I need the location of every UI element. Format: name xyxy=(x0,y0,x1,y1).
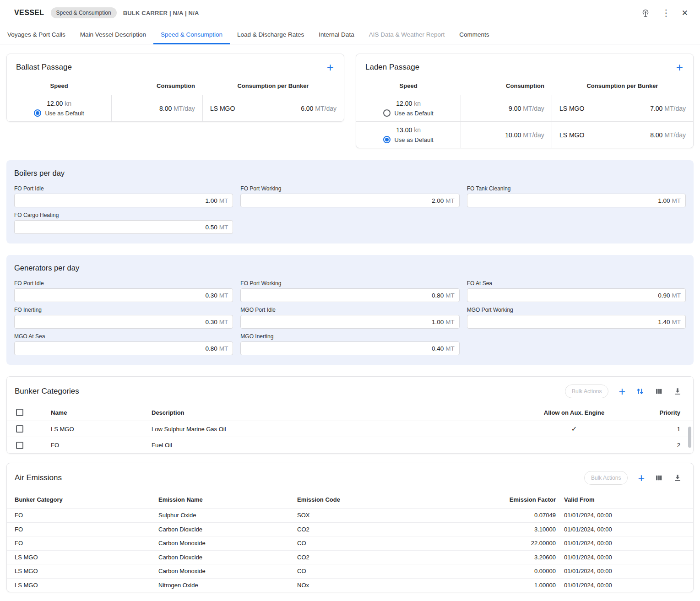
field-value: 1.00 xyxy=(658,197,670,204)
bunker-description-cell: Low Sulphur Marine Gas Oil xyxy=(152,426,510,433)
emission-name-cell: Sulphur Oxide xyxy=(158,512,297,519)
emission-valid-from-cell: 01/01/2024, 00:00 xyxy=(557,554,685,561)
consumption-value: 8.00 xyxy=(159,105,172,112)
bunker-name: LS MGO xyxy=(559,131,584,139)
table-row[interactable]: FO Carbon Dioxcide CO2 3.10000 01/01/202… xyxy=(7,522,693,536)
table-row[interactable]: FO Sulphur Oxide SOX 0.07049 01/01/2024,… xyxy=(7,508,693,522)
field-input[interactable]: 0.80 MT xyxy=(14,341,233,355)
boilers-grid: FO Port Idle 1.00 MT FO Port Working 2.0… xyxy=(14,185,686,234)
field-input[interactable]: 0.40 MT xyxy=(240,341,459,355)
download-icon[interactable] xyxy=(673,473,682,482)
tab-bar: Voyages & Port CallsMain Vessel Descript… xyxy=(0,26,700,44)
consumption-unit: MT/day xyxy=(523,105,544,112)
tab-comments[interactable]: Comments xyxy=(452,26,496,44)
emission-category-cell: LS MGO xyxy=(15,582,158,589)
field-input[interactable]: 2.00 MT xyxy=(240,194,459,207)
consumption-unit: MT/day xyxy=(174,105,195,112)
passage-row: 12.00 kn Use as Default 8.00 MT/day LS M… xyxy=(7,95,344,121)
emission-factor-cell: 1.00000 xyxy=(430,582,557,589)
consumption-field: MGO Port Idle 1.00 MT xyxy=(240,307,459,329)
radio-icon[interactable] xyxy=(383,136,391,143)
laden-rows: 12.00 kn Use as Default 9.00 MT/day LS M… xyxy=(356,95,693,148)
radio-icon[interactable] xyxy=(383,109,391,117)
emission-factor-cell: 22.00000 xyxy=(430,540,557,547)
ballast-passage-title: Ballast Passage xyxy=(16,63,72,72)
field-input[interactable]: 1.00 MT xyxy=(14,194,233,207)
tab-speed-consumption[interactable]: Speed & Consumption xyxy=(153,26,230,44)
field-input[interactable]: 1.00 MT xyxy=(467,194,686,207)
table-scrollbar[interactable] xyxy=(688,427,691,448)
column-header-speed: Speed xyxy=(7,82,111,89)
column-header-emission-code: Emission Code xyxy=(297,496,430,503)
row-checkbox[interactable] xyxy=(16,442,23,449)
use-as-default-radio[interactable]: Use as Default xyxy=(383,136,433,143)
tab-label: AIS Data & Weather Report xyxy=(369,31,445,38)
bunker-name-cell: LS MGO xyxy=(51,426,152,433)
consumption-field: MGO At Sea 0.80 MT xyxy=(14,333,233,355)
field-input[interactable]: 1.40 MT xyxy=(467,315,686,329)
sort-icon[interactable] xyxy=(635,387,645,396)
more-menu-icon[interactable]: ⋮ xyxy=(662,8,671,17)
broadcast-icon[interactable] xyxy=(640,8,651,18)
tab-main-vessel-description[interactable]: Main Vessel Description xyxy=(73,26,153,44)
field-input[interactable]: 0.80 MT xyxy=(240,288,459,302)
field-value: 1.40 xyxy=(658,319,670,325)
add-bunker-category-button[interactable]: + xyxy=(619,386,625,397)
field-input[interactable]: 0.50 MT xyxy=(14,220,233,234)
row-checkbox[interactable] xyxy=(16,425,23,433)
bunker-consumption-unit: MT/day xyxy=(664,131,686,139)
tab-internal-data[interactable]: Internal Data xyxy=(311,26,361,44)
emission-rows: FO Sulphur Oxide SOX 0.07049 01/01/2024,… xyxy=(7,508,693,592)
tab-load-discharge-rates[interactable]: Load & Discharge Rates xyxy=(230,26,311,44)
add-emission-button[interactable]: + xyxy=(638,472,645,484)
air-emissions-title: Air Emissions xyxy=(15,473,62,482)
field-input[interactable]: 0.30 MT xyxy=(14,288,233,302)
field-unit: MT xyxy=(445,197,455,204)
radio-label: Use as Default xyxy=(45,110,84,117)
boilers-section: Boilers per day FO Port Idle 1.00 MT FO … xyxy=(6,160,694,244)
close-icon[interactable]: ✕ xyxy=(682,9,688,17)
section-badge: Speed & Consumption xyxy=(51,7,117,18)
field-unit: MT xyxy=(672,319,681,325)
field-label: FO Port Working xyxy=(240,280,459,287)
field-input[interactable]: 0.30 MT xyxy=(14,315,233,329)
columns-icon[interactable] xyxy=(655,387,663,395)
download-icon[interactable] xyxy=(673,387,682,396)
table-row[interactable]: LS MGO Nitrogen Oxide NOx 1.00000 01/01/… xyxy=(7,578,693,592)
consumption-field: FO Inerting 0.30 MT xyxy=(14,307,233,329)
table-row[interactable]: LS MGO Carbon Dioxcide CO2 3.20600 01/01… xyxy=(7,550,693,564)
consumption-field: MGO Inerting 0.40 MT xyxy=(240,333,459,355)
bulk-actions-button[interactable]: Bulk Actions xyxy=(565,384,608,398)
use-as-default-radio[interactable]: Use as Default xyxy=(34,109,84,117)
consumption-cell: 9.00 MT/day xyxy=(461,95,552,121)
column-header-speed: Speed xyxy=(356,82,461,89)
consumption-cell: 10.00 MT/day xyxy=(461,122,552,148)
select-all-checkbox[interactable] xyxy=(16,409,23,416)
radio-icon[interactable] xyxy=(34,109,41,117)
field-label: FO Tank Cleaning xyxy=(467,185,686,192)
emission-valid-from-cell: 01/01/2024, 00:00 xyxy=(557,582,685,589)
emission-code-cell: CO xyxy=(297,540,430,547)
laden-table-header: Speed Consumption Consumption per Bunker xyxy=(356,78,693,95)
use-as-default-radio[interactable]: Use as Default xyxy=(383,109,433,117)
ballast-rows: 12.00 kn Use as Default 8.00 MT/day LS M… xyxy=(7,95,344,121)
columns-icon[interactable] xyxy=(655,474,663,482)
emission-factor-cell: 0.07049 xyxy=(430,512,557,519)
field-label: FO Port Working xyxy=(240,185,459,192)
bulk-actions-button[interactable]: Bulk Actions xyxy=(584,471,628,485)
emission-category-cell: FO xyxy=(15,540,158,547)
table-row[interactable]: FO Carbon Monoxide CO 22.00000 01/01/202… xyxy=(7,536,693,550)
bunker-name: LS MGO xyxy=(210,105,235,112)
tab-ais-data-weather-report[interactable]: AIS Data & Weather Report xyxy=(362,26,452,44)
field-input[interactable]: 1.00 MT xyxy=(240,315,459,329)
table-row[interactable]: LS MGO Carbon Monoxide CO 0.00000 01/01/… xyxy=(7,564,693,578)
air-emissions-card: Air Emissions Bulk Actions + xyxy=(6,463,694,592)
add-ballast-speed-button[interactable]: + xyxy=(327,61,334,73)
field-input[interactable]: 0.90 MT xyxy=(467,288,686,302)
tab-voyages-port-calls[interactable]: Voyages & Port Calls xyxy=(0,26,73,44)
add-laden-speed-button[interactable]: + xyxy=(676,61,683,73)
field-unit: MT xyxy=(445,345,455,352)
table-row[interactable]: FO Fuel Oil ✓ 2 xyxy=(7,437,693,453)
column-header-allow-aux: Allow on Aux. Engine xyxy=(510,409,638,416)
table-row[interactable]: LS MGO Low Sulphur Marine Gas Oil ✓ 1 xyxy=(7,421,693,437)
